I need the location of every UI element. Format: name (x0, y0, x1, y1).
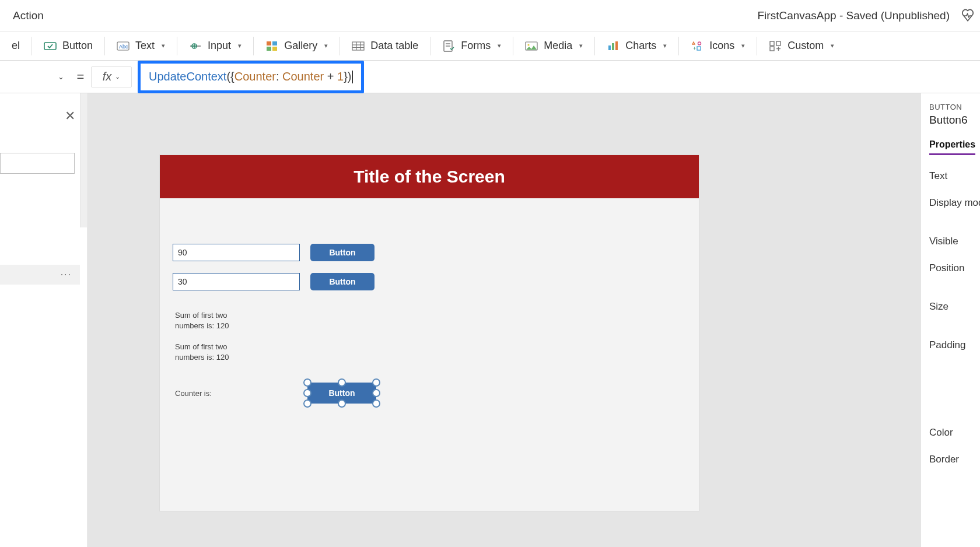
menu-action[interactable]: Action (13, 9, 44, 22)
formula-input[interactable]: UpdateContext({Counter: Counter + 1}) (149, 70, 353, 84)
prop-text[interactable]: Text (929, 170, 980, 182)
control-name[interactable]: Button6 (929, 114, 980, 127)
property-dropdown[interactable]: ⌄ (0, 66, 70, 87)
svg-rect-29 (770, 47, 774, 51)
chevron-down-icon: ▾ (162, 42, 165, 50)
search-input[interactable] (0, 153, 75, 174)
ribbon-input[interactable]: Input ▾ (177, 31, 253, 60)
svg-rect-23 (615, 41, 618, 50)
selected-control[interactable]: Button (307, 383, 376, 404)
svg-point-24 (698, 42, 701, 45)
button-icon (44, 40, 57, 52)
svg-rect-22 (612, 43, 614, 50)
ribbon-media[interactable]: Media ▾ (513, 31, 594, 60)
formula-highlight: UpdateContext({Counter: Counter + 1}) (138, 61, 364, 93)
chevron-down-icon: ▾ (831, 42, 834, 50)
app-status: FirstCanvasApp - Saved (Unpublished) (758, 9, 950, 22)
fx-button[interactable]: fx ⌄ (91, 66, 132, 87)
sum-label-2: Sum of first two numbers is: 120 (175, 342, 245, 362)
ribbon-custom[interactable]: Custom ▾ (757, 31, 846, 60)
custom-icon (769, 40, 782, 52)
left-panel: ✕ ··· (0, 93, 88, 547)
text-icon: Abc (117, 40, 130, 52)
text-input-2[interactable]: 30 (173, 273, 300, 290)
svg-text:Abc: Abc (119, 44, 128, 50)
chevron-down-icon: ▾ (498, 42, 501, 50)
prop-padding[interactable]: Padding (929, 339, 980, 351)
chevron-down-icon: ⌄ (58, 72, 64, 81)
svg-point-20 (528, 44, 530, 45)
screen-title: Title of the Screen (160, 155, 699, 198)
counter-label: Counter is: (175, 388, 212, 399)
table-icon (352, 40, 365, 52)
prop-size[interactable]: Size (929, 301, 980, 313)
prop-visible[interactable]: Visible (929, 236, 980, 247)
gallery-icon (265, 40, 278, 52)
text-input-1[interactable]: 90 (173, 244, 300, 261)
svg-rect-8 (272, 41, 277, 45)
svg-rect-26 (697, 47, 701, 50)
svg-rect-10 (272, 47, 277, 51)
icons-icon: + (691, 40, 704, 52)
control-category: BUTTON (929, 103, 980, 111)
prop-position[interactable]: Position (929, 262, 980, 274)
button-1[interactable]: Button (310, 244, 374, 261)
svg-text:+: + (693, 45, 696, 51)
chevron-down-icon: ▾ (579, 42, 583, 50)
resize-handle[interactable] (372, 389, 380, 397)
chevron-down-icon: ▾ (324, 42, 328, 50)
tab-properties[interactable]: Properties (929, 139, 975, 155)
svg-rect-27 (770, 41, 774, 45)
ribbon-gallery[interactable]: Gallery ▾ (254, 31, 340, 60)
ribbon-label-stub[interactable]: el (0, 31, 32, 60)
properties-pane: BUTTON Button6 Properties Text Display m… (921, 93, 980, 547)
equals-label: = (70, 69, 91, 85)
app-canvas[interactable]: Title of the Screen 90 Button 30 Button … (160, 155, 699, 511)
scrollbar[interactable] (80, 93, 87, 227)
close-icon[interactable]: ✕ (65, 108, 75, 124)
ribbon-forms[interactable]: Forms ▾ (430, 31, 513, 60)
ribbon-button[interactable]: Button (32, 31, 104, 60)
chevron-down-icon: ▾ (238, 42, 242, 50)
resize-handle[interactable] (303, 389, 312, 397)
svg-rect-9 (267, 47, 271, 51)
ribbon-data-table[interactable]: Data table (340, 31, 430, 60)
ribbon: el Button Abc Text ▾ (0, 31, 980, 61)
chevron-down-icon: ▾ (663, 42, 667, 50)
formula-bar: ⌄ = fx ⌄ UpdateContext({Counter: Counter… (0, 61, 980, 93)
resize-handle[interactable] (372, 378, 380, 387)
prop-border[interactable]: Border (929, 454, 980, 465)
sum-label-1: Sum of first two numbers is: 120 (175, 310, 245, 331)
resize-handle[interactable] (338, 399, 346, 408)
svg-rect-28 (776, 41, 780, 45)
tree-selected-row[interactable]: ··· (0, 265, 80, 285)
workspace: ✕ ··· Title of the Screen 90 Button 30 B… (0, 93, 980, 547)
ribbon-text[interactable]: Abc Text ▾ (105, 31, 177, 60)
forms-icon (442, 40, 455, 52)
svg-rect-0 (44, 43, 56, 50)
svg-rect-11 (352, 42, 364, 50)
prop-display-mode[interactable]: Display mod (929, 197, 980, 209)
chevron-down-icon: ▾ (741, 42, 745, 50)
health-check-icon[interactable] (960, 8, 975, 23)
prop-color[interactable]: Color (929, 427, 980, 439)
charts-icon (607, 40, 620, 52)
resize-handle[interactable] (303, 378, 312, 387)
media-icon (525, 40, 538, 52)
resize-handle[interactable] (303, 399, 312, 408)
input-icon (189, 40, 202, 52)
resize-handle[interactable] (338, 378, 346, 387)
button-2[interactable]: Button (310, 273, 374, 290)
more-icon[interactable]: ··· (61, 269, 72, 280)
ribbon-icons[interactable]: + Icons ▾ (679, 31, 757, 60)
svg-rect-21 (608, 45, 611, 50)
svg-rect-7 (267, 41, 271, 45)
ribbon-charts[interactable]: Charts ▾ (595, 31, 678, 60)
resize-handle[interactable] (372, 399, 380, 408)
menu-bar: Action FirstCanvasApp - Saved (Unpublish… (0, 0, 980, 31)
chevron-down-icon: ⌄ (115, 73, 120, 80)
canvas-area: Title of the Screen 90 Button 30 Button … (88, 93, 921, 547)
